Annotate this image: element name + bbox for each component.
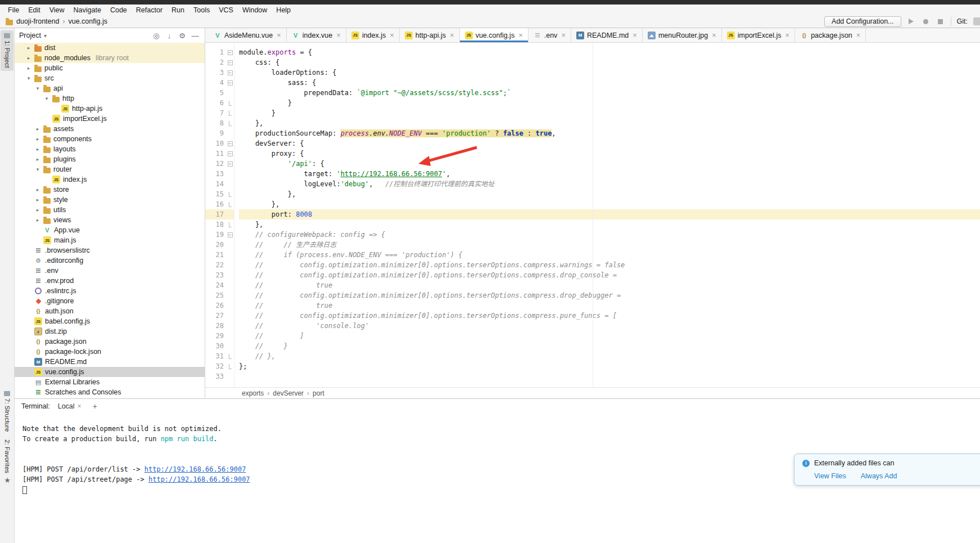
code-editor[interactable]: 1−2−3−4−5678910−11−12−13141516171819−202… — [205, 43, 980, 387]
chevron-right-icon[interactable]: ▸ — [35, 187, 40, 192]
tree-item-views[interactable]: ▸views — [15, 215, 205, 225]
code-line[interactable]: // config.optimization.minimizer[0].opti… — [239, 311, 980, 321]
breadcrumb-item-devServer[interactable]: devServer — [273, 389, 304, 397]
tree-item-components[interactable]: ▸components — [15, 134, 205, 144]
close-icon[interactable]: × — [450, 31, 454, 39]
breadcrumb-item-port[interactable]: port — [313, 389, 324, 397]
editor-tab-index.vue[interactable]: Vindex.vue× — [287, 28, 346, 42]
code-line[interactable]: // true — [239, 300, 980, 311]
editor-tab-package.json[interactable]: {}package.json× — [795, 28, 866, 42]
chevron-right-icon[interactable]: ▸ — [35, 207, 40, 213]
code-line[interactable]: }; — [239, 361, 980, 371]
fold-column[interactable]: − — [226, 70, 234, 75]
editor-tab-importExcel.js[interactable]: JSimportExcel.js× — [722, 28, 795, 42]
tree-item-.eslintrc.js[interactable]: .eslintrc.js — [15, 286, 205, 296]
code-line[interactable]: }, — [239, 189, 980, 199]
code-line[interactable]: // }, — [239, 351, 980, 361]
code-line[interactable]: devServer: { — [239, 138, 980, 149]
menu-item-view[interactable]: View — [45, 6, 69, 15]
tree-item-http-api.js[interactable]: JShttp-api.js — [15, 104, 205, 114]
code-line[interactable]: productionSourceMap: process.env.NODE_EN… — [239, 128, 980, 138]
code-segment[interactable]: http://192.168.66.56:9007 — [148, 475, 250, 483]
tree-item-style[interactable]: ▸style — [15, 195, 205, 205]
chevron-right-icon[interactable]: ▸ — [26, 55, 31, 61]
close-icon[interactable]: × — [561, 31, 566, 39]
tree-item-index.js[interactable]: JSindex.js — [15, 174, 205, 185]
code-line[interactable]: // config.optimization.minimizer[0].opti… — [239, 260, 980, 270]
fold-column[interactable]: − — [226, 50, 234, 55]
menu-item-window[interactable]: Window — [238, 6, 272, 15]
favorites-star-icon[interactable]: ★ — [0, 476, 15, 484]
chevron-right-icon[interactable]: ▸ — [35, 136, 40, 142]
stop-icon[interactable] — [936, 17, 945, 26]
close-icon[interactable]: × — [390, 31, 394, 39]
menu-item-run[interactable]: Run — [167, 6, 189, 15]
code-segment[interactable]: http://192.168.66.56:9007 — [144, 465, 246, 473]
chevron-right-icon[interactable]: ▸ — [35, 126, 40, 132]
fold-collapse-icon[interactable]: − — [228, 60, 233, 65]
menu-item-help[interactable]: Help — [272, 6, 295, 15]
menu-item-edit[interactable]: Edit — [24, 6, 45, 15]
chevron-right-icon[interactable]: ▸ — [26, 45, 31, 51]
code-line[interactable]: // if (process.env.NODE_ENV === 'product… — [239, 250, 980, 260]
add-configuration-button[interactable]: Add Configuration... — [824, 16, 901, 27]
breadcrumb-item-exports[interactable]: exports — [242, 389, 264, 397]
tree-item-layouts[interactable]: ▸layouts — [15, 144, 205, 154]
tree-item-importExcel.js[interactable]: JSimportExcel.js — [15, 114, 205, 124]
settings-gear-icon[interactable]: ⚙ — [177, 32, 187, 40]
chevron-down-icon[interactable]: ▾ — [44, 96, 49, 101]
code-line[interactable]: }, — [239, 199, 980, 209]
editor-tab-README.md[interactable]: MREADME.md× — [571, 28, 643, 42]
code-line[interactable]: }, — [239, 219, 980, 230]
tool-window-button-favorites[interactable]: 2: Favorites — [1, 437, 13, 476]
tree-item-README.md[interactable]: MREADME.md — [15, 357, 205, 367]
tree-item-main.js[interactable]: JSmain.js — [15, 235, 205, 245]
tool-window-button-project[interactable]: 1: Project — [1, 30, 13, 71]
git-widget-label[interactable]: Git: — [957, 17, 968, 25]
close-icon[interactable]: × — [518, 31, 523, 39]
code-line[interactable]: module.exports = { — [239, 47, 980, 57]
fold-collapse-icon[interactable]: − — [228, 80, 233, 86]
tree-item-router[interactable]: ▾router — [15, 164, 205, 174]
chevron-right-icon[interactable]: ▸ — [26, 65, 31, 71]
tree-item-http[interactable]: ▾http — [15, 93, 205, 104]
code-line[interactable]: // config.optimization.minimizer[0].opti… — [239, 290, 980, 300]
editor-code[interactable]: module.exports = { css: { loaderOptions:… — [234, 43, 980, 387]
tree-item-.editorconfig[interactable]: ⚙.editorconfig — [15, 255, 205, 266]
menu-item-tools[interactable]: Tools — [189, 6, 214, 15]
editor-tab-AsideMenu.vue[interactable]: VAsideMenu.vue× — [209, 28, 287, 42]
close-icon[interactable]: × — [336, 31, 341, 39]
menu-item-file[interactable]: File — [3, 6, 24, 15]
view-files-link[interactable]: View Files — [814, 472, 846, 480]
tree-item-src[interactable]: ▾src — [15, 73, 205, 83]
new-terminal-icon[interactable]: + — [89, 402, 101, 411]
tree-item-auth.json[interactable]: {}auth.json — [15, 306, 205, 316]
chevron-right-icon[interactable]: ▸ — [35, 217, 40, 223]
tree-item-vue.config.js[interactable]: JSvue.config.js — [15, 367, 205, 377]
code-line[interactable]: prependData: `@import "~@/assets/scss/st… — [239, 88, 980, 98]
terminal-tab-local[interactable]: Local × — [55, 401, 85, 411]
debug-icon[interactable] — [922, 17, 931, 26]
tree-item-babel.config.js[interactable]: JSbabel.config.js — [15, 316, 205, 326]
tree-item-External Libraries[interactable]: ▤External Libraries — [15, 377, 205, 387]
code-line[interactable]: // true — [239, 280, 980, 290]
tree-item-.env[interactable]: .env — [15, 266, 205, 276]
tree-item-.browserslistrc[interactable]: .browserslistrc — [15, 245, 205, 255]
chevron-down-icon[interactable]: ▾ — [35, 86, 40, 91]
editor-tab-index.js[interactable]: JSindex.js× — [346, 28, 400, 42]
chevron-down-icon[interactable]: ▾ — [26, 75, 31, 81]
fold-column[interactable]: − — [226, 232, 234, 237]
fold-column[interactable]: − — [226, 151, 234, 156]
tree-item-dist.zip[interactable]: zdist.zip — [15, 326, 205, 336]
menu-item-navigate[interactable]: Navigate — [69, 6, 106, 15]
code-line[interactable]: css: { — [239, 57, 980, 68]
hide-panel-icon[interactable]: — — [190, 32, 200, 40]
code-line[interactable]: } — [239, 98, 980, 108]
code-line[interactable]: port: 8008 — [239, 209, 980, 219]
close-icon[interactable]: × — [785, 31, 790, 39]
run-icon[interactable] — [907, 17, 916, 26]
close-icon[interactable]: × — [712, 31, 716, 39]
chevron-down-icon[interactable]: ▾ — [44, 33, 47, 39]
code-line[interactable]: // 'console.log' — [239, 321, 980, 331]
fold-column[interactable]: − — [226, 141, 234, 146]
